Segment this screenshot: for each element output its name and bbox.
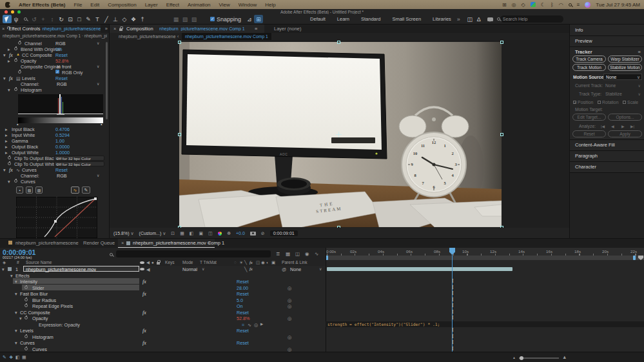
fx-badge-icon[interactable]: fx [9, 52, 13, 58]
bluetooth-icon[interactable]: ᛒ [551, 2, 554, 8]
shape-tool[interactable]: □ [75, 15, 84, 23]
output-white-marker[interactable]: ▴ [101, 122, 102, 126]
frame-blending-icon[interactable]: ◉ [305, 251, 309, 257]
switch-3d-icon[interactable]: ▣ [271, 260, 275, 265]
panel-preview[interactable]: Preview [575, 38, 592, 44]
siri-icon[interactable] [585, 2, 590, 8]
options-button[interactable]: Options... [608, 114, 642, 121]
clip-output-black-dropdown[interactable]: Off for 32 bpc Color ∨ [54, 156, 104, 161]
layer-row[interactable]: ▾ 1 nhepburn_pictureframescene.mov ◀ Nor… [0, 266, 326, 272]
tab-project[interactable]: nhepburn_pictureframescene [15, 240, 79, 246]
puppet-pin-tool[interactable]: † [138, 15, 147, 23]
property-row-input-black[interactable]: ▸ Input Black 0.4706 [0, 126, 109, 132]
twirl-icon[interactable]: ▸ [5, 138, 8, 144]
menu-window[interactable]: Window [239, 2, 257, 8]
property-row-blur-radius[interactable]: Blur Radius 5.0 ◎ [0, 297, 326, 303]
composition-mini-flowchart-icon[interactable]: ≣ [276, 251, 280, 257]
workspace-learn[interactable]: Learn [331, 16, 355, 22]
twirl-icon[interactable]: ▸ [5, 144, 8, 150]
grid-guides-icon[interactable]: ▦ [180, 231, 184, 236]
show-snapshot-icon[interactable]: ⊘ [261, 231, 265, 236]
stopwatch-icon[interactable] [18, 41, 21, 45]
shy-layers-icon[interactable]: ◫ [295, 251, 300, 257]
property-row-curves[interactable]: ▾ Curves [0, 179, 109, 185]
effect-row-curves[interactable]: ▾ Curves fx Reset [0, 339, 326, 346]
column-parent-link[interactable]: Parent & Link [282, 260, 307, 265]
expression-text[interactable]: strength = effect("Intensity")("Slider")… [327, 322, 440, 327]
panel-menu-icon[interactable]: ≡ [255, 26, 257, 32]
draft-3d-icon[interactable]: ▦ [286, 251, 290, 257]
rotation-checkbox[interactable]: Rotation [598, 99, 618, 105]
search-help-input[interactable] [500, 15, 563, 23]
reset-link[interactable]: Reset [55, 52, 68, 58]
fx-badge-icon[interactable]: fx [9, 167, 13, 173]
reset-link[interactable]: Reset [55, 75, 68, 81]
workspace-standard[interactable]: Standard [355, 16, 386, 22]
solo-column-icon[interactable]: ● [151, 260, 154, 265]
effect-row-intensity[interactable]: ▾ Intensity fx Reset [0, 278, 326, 285]
stopwatch-icon[interactable] [14, 88, 17, 91]
switch-motion-blur-icon[interactable]: ◉ [261, 260, 265, 265]
property-row-input-white[interactable]: ▸ Input White 0.5294 [0, 132, 109, 138]
effect-row-cc-composite[interactable]: ▾ CC Composite fx Reset [0, 309, 326, 316]
app-menu[interactable]: After Effects (Beta) [19, 2, 65, 8]
tab-layer[interactable]: Layer (none) [274, 26, 302, 32]
control-center-icon[interactable]: ≡ [577, 2, 580, 8]
menu-view[interactable]: View [219, 2, 230, 8]
transparency-grid-icon[interactable]: ◫ [208, 231, 213, 236]
pen-tool[interactable]: ✎ [84, 15, 93, 23]
timeline-search-input[interactable] [116, 250, 271, 257]
analyze-last-icon[interactable]: ▶| [630, 124, 634, 128]
feedback-bubble-icon[interactable] [487, 17, 493, 21]
time-ruler[interactable]: 0:00s 02s 04s 06s 08s 10s 12s 14s 16s 18… [326, 248, 644, 256]
exposure-gear-icon[interactable]: ☸ [227, 231, 231, 236]
layer-handle-top-center[interactable] [337, 41, 340, 44]
effect-row-cc-composite[interactable]: ▾ fx ▲ CC Composite Reset [0, 52, 109, 58]
toggle-graph-icon[interactable]: ❖ [9, 355, 13, 360]
stopwatch-icon[interactable] [8, 156, 11, 159]
layer-fx-switch[interactable]: fx [249, 266, 253, 271]
expression-language-menu-icon[interactable]: ▶ [260, 322, 263, 326]
close-tab-icon[interactable]: × [121, 240, 124, 246]
switch-collapse-icon[interactable]: ☀ [239, 260, 243, 265]
property-row-repeat-edge-pixels[interactable]: Repeat Edge Pixels On ◎ [0, 303, 326, 309]
layer-eye-toggle[interactable] [140, 268, 144, 270]
lock-icon[interactable] [119, 28, 122, 31]
property-row-curves-channel[interactable]: Channel: RGB ∨ [0, 173, 109, 179]
workspace-small-screen[interactable]: Small Screen [386, 16, 427, 22]
track-type-value[interactable]: Stabilize [605, 92, 622, 96]
rotation-tool[interactable]: ↻ [57, 15, 66, 23]
resolution-dropdown[interactable]: (Custom...) ∨ [139, 231, 166, 236]
rgb-only-checkbox[interactable]: ✓ [55, 70, 59, 74]
magnification-dropdown[interactable]: (15.8%) ∨ [113, 231, 134, 236]
close-window-button[interactable] [5, 10, 8, 14]
pan-camera-tool[interactable]: + [39, 15, 48, 23]
layer-color-swatch[interactable] [8, 267, 12, 271]
expression-row[interactable]: Expression: Opacity = ∿ ◎ ▶ [0, 321, 326, 328]
workspace-default[interactable]: Default [304, 16, 331, 22]
snap-options-icon[interactable]: ⊿ [245, 15, 254, 23]
lock-column-icon[interactable] [157, 262, 160, 265]
layer-duration-bar[interactable] [327, 267, 512, 272]
effect-row-fast-box-blur[interactable]: ▾ Fast Box Blur fx Reset [0, 290, 326, 297]
twirl-icon[interactable]: ▾ [8, 179, 10, 185]
tab-effect-controls[interactable]: Effect Controls [8, 26, 40, 32]
minimize-window-button[interactable] [11, 10, 14, 14]
toggle-expand-icon[interactable]: ✎ [3, 355, 6, 360]
column-mode[interactable]: Mode [182, 260, 193, 265]
column-number[interactable]: # [17, 260, 19, 265]
layer-handle-mid-left[interactable] [178, 133, 181, 136]
motion-source-dropdown[interactable]: None∨ [603, 74, 642, 80]
analyze-first-icon[interactable]: |◀ [601, 124, 605, 128]
work-area-bar[interactable] [326, 256, 644, 260]
clip-output-white-dropdown[interactable]: Off for 32 bpc Color ∨ [54, 161, 104, 166]
menu-edit[interactable]: Edit [90, 2, 99, 8]
work-area-end-handle[interactable] [633, 256, 636, 260]
wifi-icon[interactable]: ◠ [559, 2, 563, 8]
edit-target-button[interactable]: Edit Target... [572, 114, 606, 121]
curves-editor[interactable] [16, 197, 97, 238]
workspace-bar-icon[interactable]: ◫ [465, 15, 474, 23]
twirl-icon[interactable]: ▾ [3, 75, 6, 81]
orbit-camera-tool[interactable]: ↺ [30, 15, 39, 23]
workspace-libraries[interactable]: Libraries [427, 16, 457, 22]
